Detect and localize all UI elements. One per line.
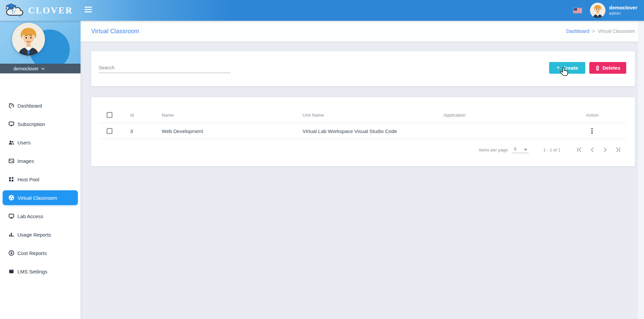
deletes-button[interactable]: Deletes bbox=[589, 62, 626, 74]
sidebar-profile-dropdown[interactable]: democlover bbox=[0, 64, 80, 73]
topbar-username: democlover bbox=[609, 5, 637, 11]
table-card: Id Name Unit Name Application Action 3 W… bbox=[91, 97, 635, 166]
sidebar-item-label: Dashboard bbox=[17, 103, 42, 109]
table-header-row: Id Name Unit Name Application Action bbox=[91, 107, 635, 123]
search-input[interactable] bbox=[99, 62, 230, 73]
column-header-id: Id bbox=[130, 113, 134, 118]
sidebar-item-users[interactable]: Users bbox=[0, 135, 80, 150]
brand-name: CLOVER bbox=[28, 5, 73, 16]
sidebar-item-label: Subscription bbox=[17, 121, 45, 127]
svg-text:$: $ bbox=[10, 251, 12, 255]
subscription-icon bbox=[8, 121, 14, 127]
breadcrumb-dashboard-link[interactable]: Dashboard bbox=[566, 28, 589, 34]
sidebar-item-subscription[interactable]: Subscription bbox=[0, 117, 80, 131]
sidebar-item-label: LMS Settings bbox=[17, 269, 47, 274]
sidebar-item-host-pool[interactable]: Host Pool bbox=[0, 172, 80, 187]
images-icon bbox=[8, 158, 14, 164]
row-actions-kebab-icon[interactable] bbox=[591, 127, 593, 135]
cell-name: Web Development bbox=[162, 128, 203, 134]
sidebar-item-virtual-classroom[interactable]: Virtual Classroom bbox=[3, 190, 78, 205]
page-range-label: 1 - 1 of 1 bbox=[543, 147, 560, 152]
divider bbox=[99, 139, 627, 139]
page-header: Virtual Classroom Dashboard > Virtual Cl… bbox=[80, 21, 644, 42]
items-per-page-label: Items per page bbox=[479, 147, 508, 152]
scrollbar-track[interactable] bbox=[638, 21, 644, 319]
select-arrow-icon bbox=[524, 149, 527, 151]
next-page-button[interactable] bbox=[601, 146, 609, 153]
cost-reports-icon: $ bbox=[8, 250, 14, 256]
sidebar-item-label: Virtual Classroom bbox=[17, 195, 57, 201]
page-size-value: 5 bbox=[514, 146, 517, 151]
plus-icon: + bbox=[556, 64, 560, 71]
cell-unit-name: Virtual Lab Workspace Visual Studio Code bbox=[303, 128, 397, 134]
main-content: Virtual Classroom Dashboard > Virtual Cl… bbox=[80, 21, 644, 319]
create-button-label: Create bbox=[562, 65, 578, 71]
language-flag-icon[interactable] bbox=[573, 8, 582, 13]
menu-toggle-icon[interactable] bbox=[85, 7, 92, 14]
topbar-userrole: admin bbox=[609, 11, 637, 16]
sidebar: democlover Dashboard Subscription Users bbox=[0, 21, 80, 319]
toolbar-card: + Create Deletes bbox=[91, 51, 635, 86]
host-pool-icon bbox=[8, 176, 14, 182]
page-title: Virtual Classroom bbox=[91, 28, 139, 35]
user-avatar[interactable] bbox=[590, 3, 605, 18]
sidebar-avatar[interactable] bbox=[12, 23, 45, 56]
select-all-checkbox[interactable] bbox=[107, 112, 112, 118]
breadcrumb-current: Virtual Classroom bbox=[598, 28, 635, 34]
chevron-down-icon bbox=[41, 67, 45, 70]
brand-logo[interactable]: CLOVER bbox=[4, 1, 73, 19]
dashboard-icon bbox=[8, 103, 14, 109]
sidebar-item-label: Cost Reports bbox=[17, 250, 47, 256]
last-page-button[interactable] bbox=[614, 146, 622, 153]
virtual-classroom-icon bbox=[8, 195, 14, 201]
trash-icon bbox=[595, 65, 600, 71]
sidebar-item-label: Lab Access bbox=[17, 213, 43, 219]
sidebar-item-label: Usage Reports bbox=[17, 232, 51, 238]
sidebar-item-images[interactable]: Images bbox=[0, 153, 80, 168]
sidebar-item-dashboard[interactable]: Dashboard bbox=[0, 98, 80, 113]
column-header-application: Application bbox=[443, 113, 466, 118]
sidebar-item-cost-reports[interactable]: $ Cost Reports bbox=[0, 246, 80, 260]
topbar-user-info[interactable]: democlover admin bbox=[609, 5, 637, 16]
sidebar-item-label: Images bbox=[17, 158, 34, 164]
sidebar-profile-header bbox=[0, 21, 80, 64]
page-size-select[interactable]: 5 bbox=[513, 146, 529, 153]
lms-settings-icon bbox=[8, 268, 14, 274]
sidebar-item-lab-access[interactable]: Lab Access bbox=[0, 209, 80, 224]
row-checkbox[interactable] bbox=[107, 128, 112, 134]
users-icon bbox=[8, 139, 14, 145]
topbar-user-area: democlover admin bbox=[573, 0, 637, 21]
usage-reports-icon bbox=[8, 232, 14, 238]
table-row: 3 Web Development Virtual Lab Workspace … bbox=[91, 123, 635, 139]
cloud-logo-icon bbox=[4, 1, 25, 19]
breadcrumb-separator: > bbox=[592, 28, 595, 34]
sidebar-profile-name: democlover bbox=[13, 66, 39, 71]
column-header-action: Action bbox=[586, 113, 599, 118]
application-root: CLOVER bbox=[0, 0, 644, 319]
paginator: Items per page 5 1 - 1 of 1 bbox=[479, 141, 622, 158]
sidebar-item-label: Users bbox=[17, 140, 31, 145]
sidebar-item-usage-reports[interactable]: Usage Reports bbox=[0, 227, 80, 242]
create-button[interactable]: + Create bbox=[549, 62, 585, 74]
sidebar-item-label: Host Pool bbox=[17, 177, 39, 182]
top-navbar: CLOVER bbox=[0, 0, 644, 21]
deletes-button-label: Deletes bbox=[602, 65, 621, 71]
lab-access-icon bbox=[8, 213, 14, 219]
previous-page-button[interactable] bbox=[589, 146, 596, 153]
pagination-nav bbox=[576, 146, 622, 153]
breadcrumb: Dashboard > Virtual Classroom bbox=[566, 28, 635, 34]
column-header-name: Name bbox=[162, 113, 174, 118]
first-page-button[interactable] bbox=[576, 146, 583, 153]
column-header-unit-name: Unit Name bbox=[303, 113, 324, 118]
sidebar-item-lms-settings[interactable]: LMS Settings bbox=[0, 264, 80, 279]
cell-id: 3 bbox=[130, 128, 133, 134]
